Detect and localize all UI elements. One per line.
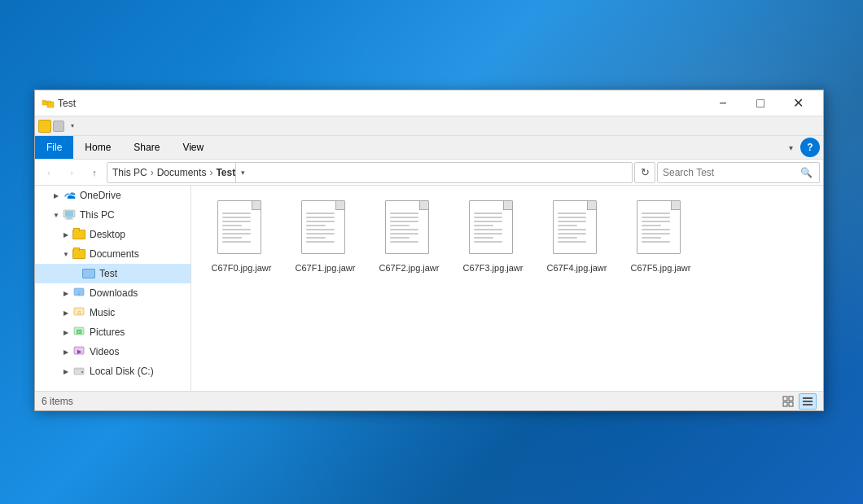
file-name: C67F0.jpg.jawr: [212, 262, 272, 274]
breadcrumb-this-pc[interactable]: This PC: [112, 167, 147, 178]
file-item[interactable]: C67F1.jpg.jawr: [287, 197, 364, 277]
sidebar-label-pictures: Pictures: [90, 327, 125, 338]
quick-access-dropdown[interactable]: ▾: [68, 121, 77, 131]
refresh-button[interactable]: ↻: [634, 162, 655, 183]
file-line: [390, 233, 418, 234]
file-line: [306, 217, 335, 218]
address-path[interactable]: This PC › Documents › Test ▾: [107, 162, 633, 183]
sidebar-label-videos: Videos: [90, 346, 119, 357]
svg-rect-24: [803, 401, 813, 402]
file-line: [558, 237, 578, 239]
file-item[interactable]: C67F0.jpg.jawr: [203, 197, 280, 277]
tab-share[interactable]: Share: [122, 136, 171, 159]
search-icon[interactable]: 🔍: [798, 164, 814, 181]
file-page: [301, 200, 345, 254]
close-button[interactable]: ✕: [779, 90, 817, 116]
ribbon-expand-button[interactable]: ▾: [781, 138, 800, 157]
file-line: [642, 237, 662, 239]
sidebar-item-desktop[interactable]: ▶ Desktop: [35, 225, 191, 244]
tab-home[interactable]: Home: [73, 136, 122, 159]
file-icon: [217, 200, 266, 259]
tab-file[interactable]: File: [35, 136, 73, 159]
expand-arrow-pictures: ▶: [61, 327, 71, 337]
breadcrumb-documents[interactable]: Documents: [157, 167, 207, 178]
sidebar-label-local-disk: Local Disk (C:): [90, 366, 154, 377]
desktop-folder-icon: [72, 228, 85, 241]
sidebar-label-music: Music: [90, 307, 115, 318]
music-icon: ♫: [72, 306, 85, 319]
main-content: ▶ OneDrive ▼: [35, 186, 823, 391]
file-line: [474, 225, 494, 226]
file-line: [642, 217, 670, 218]
file-line: [474, 229, 502, 230]
file-name: C67F2.jpg.jawr: [379, 262, 440, 274]
file-line: [390, 241, 418, 243]
file-name: C67F1.jpg.jawr: [296, 262, 356, 274]
local-disk-icon: [72, 365, 85, 378]
sidebar-item-pictures[interactable]: ▶ 🖼 Pictures: [35, 322, 191, 342]
file-lines: [222, 213, 251, 245]
search-box: 🔍: [657, 162, 820, 183]
file-line: [222, 241, 251, 243]
back-button[interactable]: ‹: [38, 162, 59, 183]
file-page: [637, 200, 681, 254]
file-line: [306, 237, 326, 239]
sidebar: ▶ OneDrive ▼: [35, 186, 191, 391]
sidebar-item-test[interactable]: ▶ Test: [35, 264, 191, 283]
sidebar-item-documents[interactable]: ▼ Documents: [35, 244, 191, 264]
minimize-button[interactable]: −: [704, 90, 742, 116]
file-view: C67F0.jpg.jawr C67F1.jpg.jawr C67F2.jpg.…: [191, 186, 823, 391]
file-line: [558, 221, 586, 222]
file-item[interactable]: C67F5.jpg.jawr: [622, 197, 699, 277]
file-grid: C67F0.jpg.jawr C67F1.jpg.jawr C67F2.jpg.…: [199, 194, 815, 280]
search-input[interactable]: [663, 167, 798, 178]
file-icon: [385, 200, 434, 259]
sidebar-item-this-pc[interactable]: ▼ This PC: [35, 205, 191, 225]
file-lines: [306, 213, 335, 245]
maximize-button[interactable]: □: [742, 90, 779, 116]
file-icon: [637, 200, 686, 259]
file-page: [385, 200, 429, 254]
sidebar-item-downloads[interactable]: ▶ ↓ Downloads: [35, 283, 191, 303]
window-title: Test: [58, 98, 704, 109]
svg-text:🖼: 🖼: [77, 329, 82, 335]
svg-text:↓: ↓: [77, 290, 81, 296]
file-line: [222, 237, 243, 239]
file-item[interactable]: C67F2.jpg.jawr: [370, 197, 448, 277]
file-line: [306, 225, 326, 226]
forward-button[interactable]: ›: [61, 162, 82, 183]
file-line: [390, 237, 410, 239]
sidebar-label-onedrive: OneDrive: [80, 190, 121, 201]
sidebar-item-onedrive[interactable]: ▶ OneDrive: [35, 186, 191, 205]
sidebar-label-downloads: Downloads: [90, 287, 138, 299]
list-view-button[interactable]: [799, 393, 817, 410]
file-item[interactable]: C67F4.jpg.jawr: [538, 197, 615, 277]
help-button[interactable]: ?: [800, 138, 820, 157]
file-line: [222, 221, 251, 222]
title-bar: Test − □ ✕: [35, 90, 823, 116]
file-name: C67F5.jpg.jawr: [631, 262, 691, 274]
file-line: [558, 213, 586, 214]
sidebar-item-videos[interactable]: ▶ ▶ Videos: [35, 342, 191, 362]
window-controls: − □ ✕: [704, 90, 817, 116]
videos-icon: ▶: [72, 345, 85, 358]
file-lines: [474, 213, 502, 245]
sidebar-item-music[interactable]: ▶ ♫ Music: [35, 303, 191, 322]
file-line: [642, 241, 670, 243]
svg-rect-25: [803, 404, 813, 405]
breadcrumb-test[interactable]: Test: [216, 167, 235, 178]
file-page: [469, 200, 513, 254]
file-lines: [642, 213, 670, 245]
file-line: [474, 241, 502, 243]
file-item[interactable]: C67F3.jpg.jawr: [454, 197, 532, 277]
expand-arrow-this-pc: ▼: [51, 210, 61, 220]
up-button[interactable]: ↑: [84, 162, 105, 183]
svg-point-18: [81, 371, 83, 373]
grid-view-button[interactable]: [779, 393, 797, 410]
address-dropdown-button[interactable]: ▾: [235, 162, 250, 183]
quick-access-toolbar: ▾: [35, 116, 823, 136]
tab-view[interactable]: View: [171, 136, 215, 159]
sidebar-label-desktop: Desktop: [90, 229, 125, 240]
sidebar-item-local-disk[interactable]: ▶ Local Disk (C:): [35, 362, 191, 381]
file-line: [558, 225, 578, 226]
